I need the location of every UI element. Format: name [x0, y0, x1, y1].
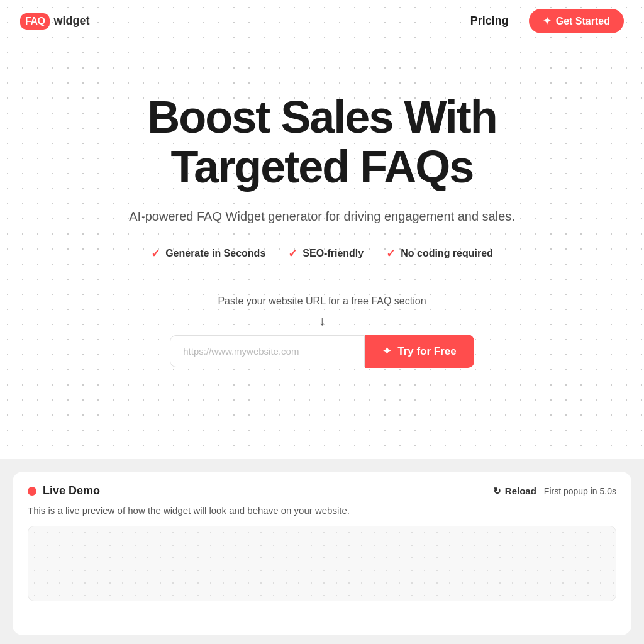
check-icon-1: ✓: [151, 247, 160, 260]
live-demo-section: Live Demo ↻ Reload First popup in 5.0s T…: [0, 459, 644, 644]
features-row: ✓ Generate in Seconds ✓ SEO-friendly ✓ N…: [151, 247, 493, 260]
navbar: FAQ widget Pricing ✦ Get Started: [0, 0, 644, 42]
check-icon-2: ✓: [288, 247, 297, 260]
url-input-row: ✦ Try for Free: [170, 335, 474, 368]
check-icon-3: ✓: [386, 247, 396, 260]
hero-content: Boost Sales With Targeted FAQs AI-powere…: [0, 42, 644, 406]
live-demo-card: Live Demo ↻ Reload First popup in 5.0s T…: [13, 472, 631, 635]
arrow-down-icon: ↓: [319, 314, 325, 327]
hero-subtitle: AI-powered FAQ Widget generator for driv…: [129, 209, 515, 224]
url-section: Paste your website URL for a free FAQ se…: [170, 296, 474, 368]
demo-preview-area: [28, 526, 616, 601]
hero-section: FAQ widget Pricing ✦ Get Started Boost S…: [0, 0, 644, 459]
feature-item-generate: ✓ Generate in Seconds: [151, 247, 265, 260]
feature-item-seo: ✓ SEO-friendly: [288, 247, 364, 260]
live-demo-header: Live Demo ↻ Reload First popup in 5.0s: [28, 484, 616, 497]
hero-title-line1: Boost Sales With: [147, 92, 496, 142]
nav-right: Pricing ✦ Get Started: [470, 9, 624, 33]
url-instruction: Paste your website URL for a free FAQ se…: [218, 296, 426, 307]
live-demo-controls: ↻ Reload First popup in 5.0s: [493, 486, 616, 497]
logo: FAQ widget: [20, 13, 89, 30]
reload-button[interactable]: ↻ Reload: [493, 486, 536, 497]
hero-title: Boost Sales With Targeted FAQs: [147, 92, 496, 192]
hero-title-line2: Targeted FAQs: [171, 142, 474, 192]
live-demo-dot: [28, 487, 36, 496]
reload-label: Reload: [505, 486, 536, 496]
logo-faq-text: FAQ: [25, 16, 45, 27]
get-started-label: Get Started: [556, 16, 610, 27]
get-started-button[interactable]: ✦ Get Started: [529, 9, 624, 33]
live-demo-description: This is a live preview of how the widget…: [28, 505, 616, 516]
feature-label-3: No coding required: [401, 248, 493, 259]
try-free-label: Try for Free: [397, 345, 457, 358]
popup-timer: First popup in 5.0s: [544, 486, 616, 496]
pricing-link[interactable]: Pricing: [470, 14, 509, 28]
sparkle-icon-2: ✦: [382, 345, 391, 358]
feature-label-1: Generate in Seconds: [165, 248, 265, 259]
live-demo-title-row: Live Demo: [28, 484, 100, 497]
live-demo-title: Live Demo: [43, 484, 100, 497]
logo-widget-text: widget: [53, 14, 89, 28]
try-free-button[interactable]: ✦ Try for Free: [365, 335, 474, 368]
url-input[interactable]: [170, 335, 365, 367]
reload-icon: ↻: [493, 486, 501, 497]
feature-item-nocoding: ✓ No coding required: [386, 247, 493, 260]
logo-box: FAQ: [20, 13, 50, 30]
sparkle-icon: ✦: [543, 15, 551, 27]
feature-label-2: SEO-friendly: [303, 248, 364, 259]
